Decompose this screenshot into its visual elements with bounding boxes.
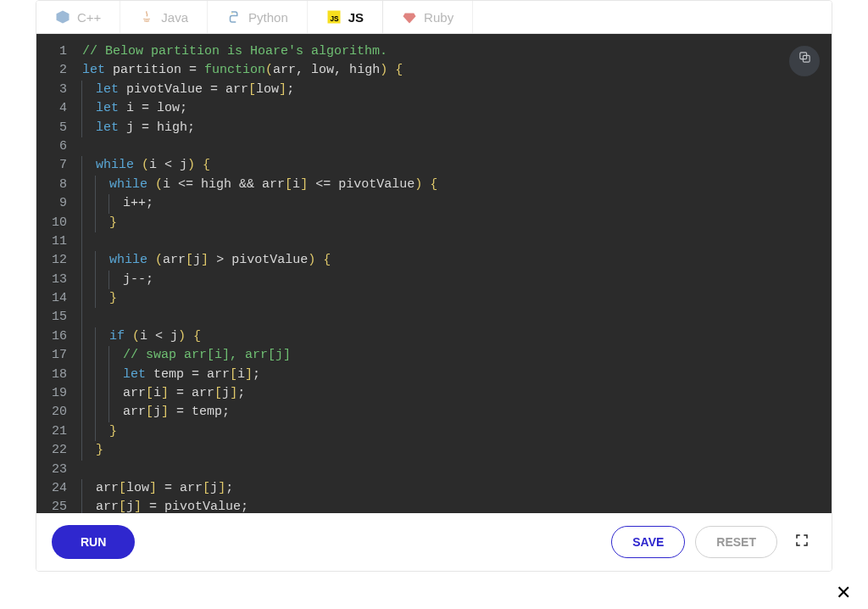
code-line[interactable]: let partition = function(arr, low, high)… — [82, 61, 832, 80]
line-number: 8 — [52, 176, 67, 194]
line-number: 20 — [52, 403, 67, 422]
code-line[interactable]: // Below partition is Hoare's algorithm. — [82, 42, 832, 61]
tab-label: Python — [248, 10, 288, 25]
tab-label: Java — [161, 10, 188, 25]
line-number-gutter: 1234567891011121314151617181920212223242… — [36, 34, 75, 513]
code-line[interactable]: arr[j] = pivotValue; — [82, 498, 832, 513]
line-number: 3 — [52, 81, 67, 99]
python-icon — [226, 9, 242, 25]
code-editor[interactable]: 1234567891011121314151617181920212223242… — [36, 34, 832, 513]
code-runner-panel: C++ Java Python JS JS Ruby 12 — [36, 0, 832, 572]
code-line[interactable]: arr[i] = arr[j]; — [82, 384, 832, 403]
line-number: 6 — [52, 137, 67, 156]
code-line[interactable]: } — [82, 289, 832, 308]
line-number: 23 — [52, 461, 67, 479]
editor-footer: RUN SAVE RESET — [36, 513, 832, 571]
line-number: 12 — [52, 251, 67, 270]
line-number: 15 — [52, 308, 67, 327]
tab-label: C++ — [77, 10, 101, 25]
copy-button[interactable] — [789, 46, 820, 76]
code-line[interactable] — [82, 137, 832, 156]
language-tabs: C++ Java Python JS JS Ruby — [36, 1, 832, 34]
code-line[interactable] — [82, 232, 832, 251]
line-number: 2 — [52, 61, 67, 80]
tab-cpp[interactable]: C++ — [36, 1, 120, 33]
code-line[interactable]: while (i < j) { — [82, 156, 832, 175]
line-number: 24 — [52, 479, 67, 498]
svg-marker-4 — [403, 14, 416, 24]
code-line[interactable]: let temp = arr[i]; — [82, 366, 832, 384]
svg-point-1 — [231, 13, 233, 14]
line-number: 7 — [52, 156, 67, 175]
svg-marker-0 — [57, 11, 70, 24]
tab-python[interactable]: Python — [208, 1, 308, 33]
line-number: 16 — [52, 327, 67, 346]
line-number: 9 — [52, 194, 67, 213]
code-content[interactable]: // Below partition is Hoare's algorithm.… — [75, 34, 832, 513]
code-line[interactable]: if (i < j) { — [82, 327, 832, 346]
code-line[interactable] — [82, 461, 832, 479]
line-number: 13 — [52, 271, 67, 289]
tab-js[interactable]: JS JS — [308, 1, 383, 33]
tab-label: JS — [348, 10, 364, 25]
code-line[interactable]: let j = high; — [82, 119, 832, 137]
code-line[interactable] — [82, 308, 832, 327]
tab-java[interactable]: Java — [120, 1, 208, 33]
line-number: 22 — [52, 441, 67, 460]
line-number: 11 — [52, 232, 67, 251]
line-number: 19 — [52, 384, 67, 403]
line-number: 14 — [52, 289, 67, 308]
svg-text:JS: JS — [330, 15, 339, 23]
tab-ruby[interactable]: Ruby — [383, 1, 473, 33]
cpp-icon — [55, 9, 70, 25]
run-button[interactable]: RUN — [52, 525, 135, 559]
fullscreen-icon — [794, 533, 810, 551]
reset-button[interactable]: RESET — [695, 526, 777, 558]
ruby-icon — [402, 9, 417, 25]
code-line[interactable]: } — [82, 422, 832, 441]
js-icon: JS — [326, 9, 342, 25]
line-number: 4 — [52, 99, 67, 118]
line-number: 18 — [52, 366, 67, 384]
code-line[interactable]: while (arr[j] > pivotValue) { — [82, 251, 832, 270]
line-number: 25 — [52, 498, 67, 513]
code-line[interactable]: let i = low; — [82, 99, 832, 118]
line-number: 1 — [52, 42, 67, 61]
fullscreen-button[interactable] — [787, 528, 816, 556]
code-line[interactable]: while (i <= high && arr[i] <= pivotValue… — [82, 176, 832, 194]
java-icon — [139, 9, 154, 25]
code-line[interactable]: arr[j] = temp; — [82, 403, 832, 422]
code-line[interactable]: // swap arr[i], arr[j] — [82, 346, 832, 365]
close-button[interactable]: ✕ — [836, 582, 851, 604]
code-line[interactable]: j--; — [82, 271, 832, 289]
code-line[interactable]: i++; — [82, 194, 832, 213]
code-line[interactable]: let pivotValue = arr[low]; — [82, 81, 832, 99]
line-number: 10 — [52, 214, 67, 232]
save-button[interactable]: SAVE — [611, 526, 685, 558]
copy-icon — [798, 50, 812, 71]
code-line[interactable]: } — [82, 441, 832, 460]
code-line[interactable]: arr[low] = arr[j]; — [82, 479, 832, 498]
line-number: 5 — [52, 119, 67, 137]
line-number: 17 — [52, 346, 67, 365]
code-line[interactable]: } — [82, 214, 832, 232]
line-number: 21 — [52, 422, 67, 441]
tab-label: Ruby — [424, 10, 453, 25]
close-icon: ✕ — [836, 582, 851, 603]
